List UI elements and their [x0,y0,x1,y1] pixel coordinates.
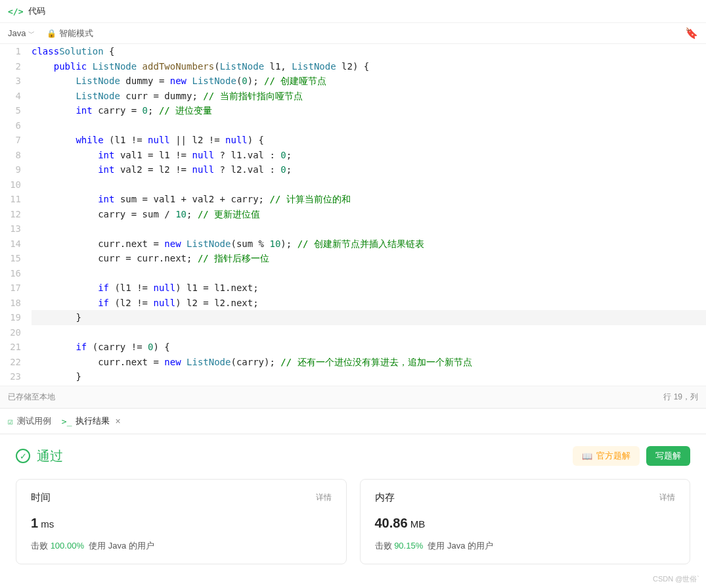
watermark: CSDN @世俗` [653,574,699,576]
line-number: 18 [0,296,21,311]
line-number: 19 [0,310,21,325]
time-title: 时间 [31,491,51,504]
line-number: 2 [0,59,21,74]
code-line[interactable] [32,266,706,281]
book-icon: 📖 [582,451,592,461]
memory-value: 40.86 [375,516,408,530]
panel-header: </> 代码 [0,0,706,23]
line-number-gutter: 1234567891011121314151617181920212223 [0,44,32,386]
line-number: 4 [0,89,21,104]
memory-detail-link[interactable]: 详情 [659,492,675,503]
code-line[interactable]: if (l2 != null) l2 = l2.next; [32,296,706,311]
memory-title: 内存 [375,491,395,504]
memory-beat-suffix: 使用 Java 的用户 [428,541,493,551]
line-number: 20 [0,325,21,340]
line-number: 22 [0,355,21,370]
chevron-down-icon: ﹀ [28,29,35,38]
code-line[interactable]: carry = sum / 10; // 更新进位值 [32,207,706,222]
time-detail-link[interactable]: 详情 [316,492,332,503]
code-icon: </> [8,7,23,16]
code-line[interactable]: int carry = 0; // 进位变量 [32,103,706,118]
save-status: 已存储至本地 [8,392,55,403]
code-area[interactable]: classSolution { public ListNode addTwoNu… [32,44,706,386]
official-solution-label: 官方题解 [596,450,630,462]
line-number: 6 [0,118,21,133]
result-panel: ✓ 通过 📖 官方题解 写题解 时间 详情 1 [0,434,706,576]
code-line[interactable]: classSolution { [32,44,706,59]
close-icon[interactable]: × [115,416,120,426]
language-selector[interactable]: Java ﹀ [8,28,35,38]
line-number: 9 [0,162,21,177]
mode-label: 智能模式 [59,28,93,39]
tab-result-label: 执行结果 [76,415,110,427]
tab-testcases-label: 测试用例 [17,415,51,427]
code-line[interactable]: curr.next = new ListNode(sum % 10); // 创… [32,237,706,252]
line-number: 11 [0,192,21,207]
bookmark-icon[interactable]: 🔖 [685,27,698,39]
line-number: 7 [0,133,21,148]
write-solution-label: 写题解 [655,450,681,462]
cursor-position: 行 19，列 [663,392,698,403]
line-number: 23 [0,369,21,384]
editor-status-bar: 已存储至本地 行 19，列 [0,386,706,408]
time-unit: ms [41,518,54,530]
memory-card: 内存 详情 40.86 MB 击败 90.15% 使用 Java 的用户 [360,479,691,564]
code-line[interactable]: curr = curr.next; // 指针后移一位 [32,251,706,266]
tab-execute-result[interactable]: >_ 执行结果 × [62,415,121,427]
memory-unit: MB [410,518,426,530]
line-number: 14 [0,237,21,252]
line-number: 21 [0,340,21,355]
code-line[interactable] [32,118,706,133]
lock-icon: 🔒 [47,29,56,38]
code-editor[interactable]: 1234567891011121314151617181920212223 cl… [0,44,706,386]
language-label: Java [8,28,26,38]
code-line[interactable]: int sum = val1 + val2 + carry; // 计算当前位的… [32,192,706,207]
memory-beat-prefix: 击败 [375,541,392,551]
code-line[interactable]: if (carry != 0) { [32,340,706,355]
line-number: 8 [0,148,21,163]
check-circle-icon: ✓ [16,449,30,463]
code-line[interactable] [32,221,706,237]
status-pass: ✓ 通过 [16,447,63,465]
code-line[interactable] [32,325,706,340]
time-beat-pct: 100.00% [51,541,84,551]
mode-indicator: 🔒 智能模式 [47,28,93,39]
time-value: 1 [31,516,38,530]
line-number: 15 [0,251,21,266]
code-line[interactable]: ListNode dummy = new ListNode(0); // 创建哑… [32,74,706,89]
line-number: 3 [0,74,21,89]
code-line[interactable]: int val1 = l1 != null ? l1.val : 0; [32,148,706,163]
code-line[interactable]: public ListNode addTwoNumbers(ListNode l… [32,59,706,74]
line-number: 1 [0,44,21,59]
line-number: 16 [0,266,21,281]
code-line[interactable]: } [32,369,706,384]
line-number: 12 [0,207,21,222]
line-number: 13 [0,221,21,237]
line-number: 5 [0,103,21,118]
official-solution-button[interactable]: 📖 官方题解 [573,446,640,466]
code-line[interactable]: while (l1 != null || l2 != null) { [32,133,706,148]
check-square-icon: ☑ [8,417,13,426]
terminal-icon: >_ [62,417,72,426]
code-line[interactable]: curr.next = new ListNode(carry); // 还有一个… [32,355,706,370]
memory-beat-pct: 90.15% [394,541,423,551]
code-line[interactable]: ListNode curr = dummy; // 当前指针指向哑节点 [32,89,706,104]
editor-toolbar: Java ﹀ 🔒 智能模式 🔖 [0,23,706,44]
time-beat-suffix: 使用 Java 的用户 [89,541,154,551]
line-number: 10 [0,177,21,192]
tab-testcases[interactable]: ☑ 测试用例 [8,415,51,427]
write-solution-button[interactable]: 写题解 [646,446,690,466]
code-line[interactable]: if (l1 != null) l1 = l1.next; [32,281,706,296]
panel-title: 代码 [28,5,45,17]
time-beat-prefix: 击败 [31,541,48,551]
code-line[interactable]: int val2 = l2 != null ? l2.val : 0; [32,162,706,177]
code-line[interactable]: } [32,310,706,325]
time-card: 时间 详情 1 ms 击败 100.00% 使用 Java 的用户 [16,479,347,564]
pass-label: 通过 [37,447,63,465]
line-number: 17 [0,281,21,296]
code-line[interactable] [32,177,706,192]
results-tab-bar: ☑ 测试用例 >_ 执行结果 × [0,408,706,434]
